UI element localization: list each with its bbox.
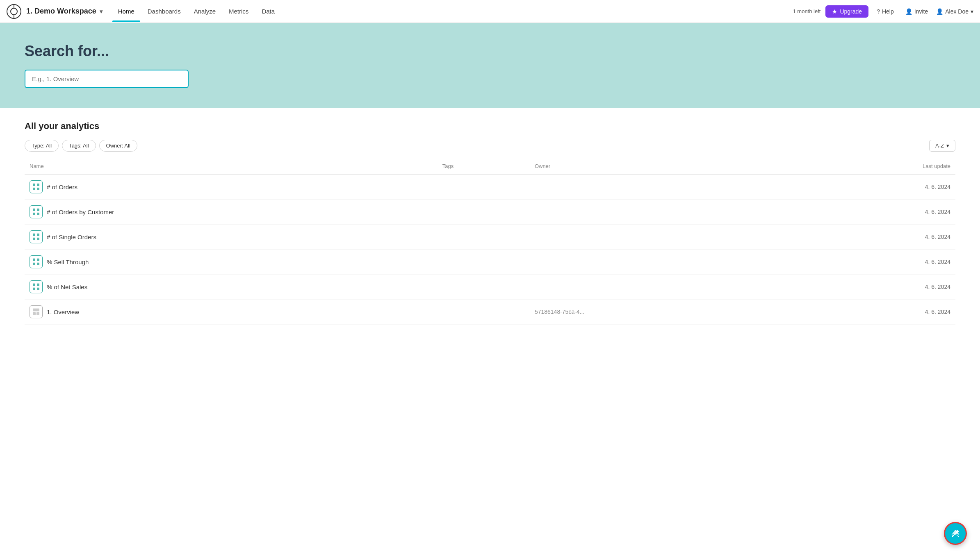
svg-rect-7 bbox=[37, 188, 39, 190]
svg-rect-15 bbox=[37, 238, 39, 240]
row-name: # of Orders by Customer bbox=[47, 209, 114, 215]
svg-rect-26 bbox=[36, 312, 39, 315]
svg-rect-19 bbox=[37, 263, 39, 265]
row-last-update: 4. 6. 2024 bbox=[791, 200, 955, 225]
row-last-update: 4. 6. 2024 bbox=[791, 250, 955, 274]
svg-rect-10 bbox=[33, 213, 35, 215]
row-name: 1. Overview bbox=[47, 308, 79, 315]
col-header-name: Name bbox=[25, 160, 438, 175]
table-row[interactable]: # of Orders by Customer 4. 6. 2024 bbox=[25, 200, 955, 225]
navbar-right: 1 month left ★ Upgrade ? Help 👤 Invite 👤… bbox=[793, 5, 973, 18]
svg-point-31 bbox=[955, 531, 956, 532]
row-tags bbox=[438, 225, 530, 250]
row-tags bbox=[438, 299, 530, 324]
invite-button[interactable]: 👤 Invite bbox=[902, 6, 931, 17]
svg-rect-23 bbox=[37, 288, 39, 290]
svg-rect-14 bbox=[33, 238, 35, 240]
svg-point-30 bbox=[952, 535, 953, 537]
row-name-cell[interactable]: % Sell Through bbox=[25, 250, 438, 274]
nav-analyze[interactable]: Analyze bbox=[188, 5, 221, 18]
analytics-table: Name Tags Owner Last update # of Orders … bbox=[25, 160, 955, 324]
row-name: # of Single Orders bbox=[47, 234, 96, 240]
nav-home[interactable]: Home bbox=[112, 5, 140, 18]
row-owner bbox=[530, 225, 791, 250]
svg-rect-13 bbox=[37, 234, 39, 236]
search-input[interactable] bbox=[25, 70, 189, 88]
nav-data[interactable]: Data bbox=[256, 5, 280, 18]
row-last-update: 4. 6. 2024 bbox=[791, 299, 955, 324]
svg-rect-22 bbox=[33, 288, 35, 290]
trial-badge: 1 month left bbox=[793, 8, 820, 14]
row-tags bbox=[438, 200, 530, 225]
section-title: All your analytics bbox=[25, 121, 955, 132]
filters-row: Type: All Tags: All Owner: All A-Z ▾ bbox=[25, 140, 955, 152]
main-nav: Home Dashboards Analyze Metrics Data bbox=[112, 5, 793, 18]
hero-section: Search for... bbox=[0, 23, 980, 108]
svg-rect-16 bbox=[33, 259, 35, 261]
workspace-name: 1. Demo Workspace bbox=[26, 7, 96, 16]
row-owner bbox=[530, 175, 791, 200]
row-name: % Sell Through bbox=[47, 259, 89, 265]
table-row[interactable]: 1. Overview 57186148-75ca-4... 4. 6. 202… bbox=[25, 299, 955, 324]
svg-rect-24 bbox=[33, 308, 39, 311]
analytics-section: All your analytics Type: All Tags: All O… bbox=[0, 108, 980, 558]
metric-icon bbox=[30, 205, 43, 218]
row-tags bbox=[438, 274, 530, 299]
row-name-cell[interactable]: # of Orders by Customer bbox=[25, 200, 438, 225]
col-header-owner: Owner bbox=[530, 160, 791, 175]
user-icon: 👤 bbox=[936, 8, 943, 15]
svg-rect-25 bbox=[33, 312, 36, 315]
type-filter[interactable]: Type: All bbox=[25, 140, 59, 152]
navbar: 1. Demo Workspace ▾ Home Dashboards Anal… bbox=[0, 0, 980, 23]
metric-icon bbox=[30, 255, 43, 268]
table-row[interactable]: # of Single Orders 4. 6. 2024 bbox=[25, 225, 955, 250]
svg-rect-6 bbox=[33, 188, 35, 190]
metric-icon bbox=[30, 280, 43, 293]
row-name: # of Orders bbox=[47, 184, 77, 191]
svg-rect-9 bbox=[37, 209, 39, 211]
svg-rect-18 bbox=[33, 263, 35, 265]
row-owner bbox=[530, 274, 791, 299]
dashboard-icon bbox=[30, 305, 43, 318]
row-name-cell[interactable]: 1. Overview bbox=[25, 299, 438, 324]
row-owner bbox=[530, 200, 791, 225]
table-row[interactable]: # of Orders 4. 6. 2024 bbox=[25, 175, 955, 200]
svg-point-32 bbox=[958, 533, 959, 535]
row-name-cell[interactable]: # of Single Orders bbox=[25, 225, 438, 250]
metric-icon bbox=[30, 230, 43, 243]
col-header-tags: Tags bbox=[438, 160, 530, 175]
row-name-cell[interactable]: # of Orders bbox=[25, 175, 438, 200]
help-icon: ? bbox=[877, 8, 880, 15]
tags-filter[interactable]: Tags: All bbox=[62, 140, 96, 152]
app-logo[interactable] bbox=[7, 4, 21, 19]
user-menu[interactable]: 👤 Alex Doe ▾ bbox=[936, 8, 973, 15]
svg-point-1 bbox=[11, 8, 17, 15]
row-last-update: 4. 6. 2024 bbox=[791, 225, 955, 250]
nav-dashboards[interactable]: Dashboards bbox=[142, 5, 187, 18]
row-tags bbox=[438, 250, 530, 274]
row-owner: 57186148-75ca-4... bbox=[530, 299, 791, 324]
row-name-cell[interactable]: % of Net Sales bbox=[25, 274, 438, 299]
table-row[interactable]: % Sell Through 4. 6. 2024 bbox=[25, 250, 955, 274]
svg-rect-5 bbox=[37, 184, 39, 186]
search-heading: Search for... bbox=[25, 43, 955, 60]
row-owner bbox=[530, 250, 791, 274]
metric-icon bbox=[30, 180, 43, 193]
chevron-down-icon: ▾ bbox=[100, 8, 103, 15]
create-fab[interactable] bbox=[944, 522, 967, 545]
upgrade-button[interactable]: ★ Upgrade bbox=[825, 5, 868, 18]
person-icon: 👤 bbox=[905, 8, 912, 15]
help-button[interactable]: ? Help bbox=[873, 6, 897, 17]
svg-rect-4 bbox=[33, 184, 35, 186]
row-tags bbox=[438, 175, 530, 200]
svg-rect-8 bbox=[33, 209, 35, 211]
nav-metrics[interactable]: Metrics bbox=[223, 5, 254, 18]
owner-filter[interactable]: Owner: All bbox=[99, 140, 137, 152]
col-header-update: Last update bbox=[791, 160, 955, 175]
user-chevron-icon: ▾ bbox=[971, 8, 973, 15]
svg-rect-12 bbox=[33, 234, 35, 236]
sort-chevron-icon: ▾ bbox=[946, 143, 949, 149]
workspace-selector[interactable]: 1. Demo Workspace ▾ bbox=[26, 7, 103, 16]
table-row[interactable]: % of Net Sales 4. 6. 2024 bbox=[25, 274, 955, 299]
sort-button[interactable]: A-Z ▾ bbox=[929, 140, 955, 152]
